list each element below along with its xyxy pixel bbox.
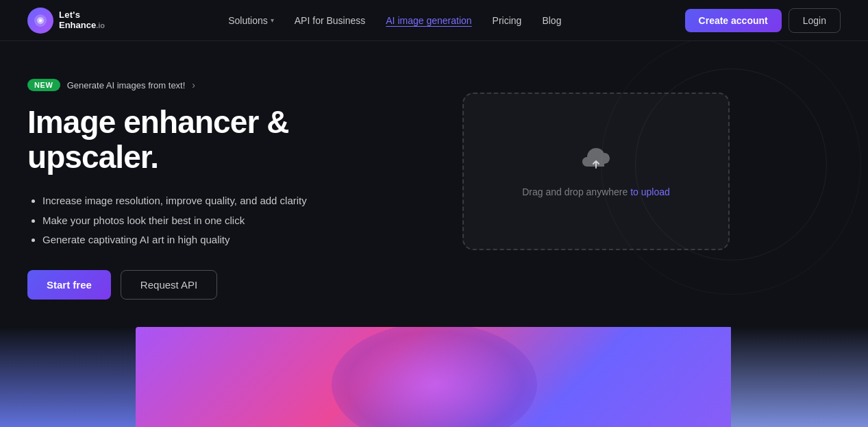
bottom-gradient-right	[731, 327, 868, 427]
hero-bullets: Increase image resolution, improve quali…	[27, 193, 397, 248]
nav-blog[interactable]: Blog	[542, 15, 561, 26]
nav-api-business[interactable]: API for Business	[295, 15, 366, 26]
nav-right: Create account Login	[685, 8, 841, 33]
hero-actions: Start free Request API	[27, 270, 397, 300]
badge-arrow-icon: ›	[192, 80, 195, 90]
login-button[interactable]: Login	[789, 8, 841, 33]
svg-point-2	[39, 19, 42, 22]
badge-description: Generate AI images from text!	[67, 80, 186, 90]
nav-center: Solutions ▾ API for Business AI image ge…	[228, 15, 561, 26]
bullet-1: Increase image resolution, improve quali…	[42, 193, 397, 209]
request-api-button[interactable]: Request API	[121, 270, 217, 300]
bottom-gradient-left	[0, 327, 137, 427]
hero-section: NEW Generate AI images from text! › Imag…	[0, 41, 868, 327]
start-free-button[interactable]: Start free	[27, 270, 111, 300]
hero-title: Image enhancer & upscaler.	[27, 105, 397, 174]
new-badge: NEW	[27, 79, 60, 91]
upload-dropzone[interactable]: Drag and drop anywhere to upload	[462, 93, 730, 250]
solutions-chevron-icon: ▾	[271, 16, 274, 24]
nav-solutions[interactable]: Solutions ▾	[228, 15, 274, 26]
bottom-preview-image	[136, 327, 732, 427]
hero-left: NEW Generate AI images from text! › Imag…	[27, 79, 397, 300]
nav-pricing[interactable]: Pricing	[493, 15, 522, 26]
upload-label: Drag and drop anywhere to upload	[522, 186, 670, 197]
bullet-3: Generate captivating AI art in high qual…	[42, 232, 397, 248]
create-account-button[interactable]: Create account	[685, 9, 782, 32]
badge-row: NEW Generate AI images from text! ›	[27, 79, 397, 91]
upload-cloud-icon	[580, 146, 612, 178]
navigation: Let's Enhance.io Solutions ▾ API for Bus…	[0, 0, 868, 41]
upload-link[interactable]: to upload	[630, 186, 670, 197]
logo-icon	[27, 8, 53, 34]
hero-right: Drag and drop anywhere to upload	[425, 79, 767, 250]
bottom-section	[0, 327, 868, 427]
logo-text: Let's Enhance.io	[59, 10, 105, 30]
bullet-2: Make your photos look their best in one …	[42, 213, 397, 229]
nav-ai-image[interactable]: AI image generation	[386, 15, 471, 26]
logo-link[interactable]: Let's Enhance.io	[27, 8, 105, 34]
